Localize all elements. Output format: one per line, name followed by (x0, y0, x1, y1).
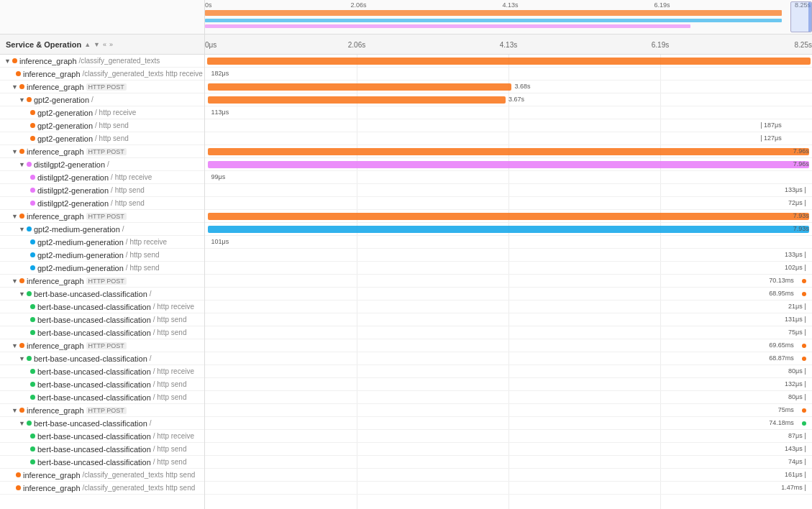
list-item[interactable]: gpt2-generation / http send (0, 119, 204, 132)
list-item[interactable]: gpt2-medium-generation / http receive (0, 236, 204, 249)
dot-indicator (27, 162, 32, 167)
list-item[interactable]: gpt2-medium-generation / http send (0, 262, 204, 275)
list-item[interactable]: ▼ bert-base-uncased-classification / (0, 288, 204, 301)
list-item[interactable]: ▼ bert-base-uncased-classification / (0, 352, 204, 365)
list-item[interactable]: ▼ distilgpt2-generation / (0, 158, 204, 171)
span-bar[interactable] (208, 148, 809, 155)
list-item[interactable]: ▼ inference_graph HTTP POST (0, 81, 204, 93)
list-item[interactable]: ▼ inference_graph HTTP POST (0, 275, 204, 288)
dot-indicator (30, 252, 35, 257)
timeline-row: 161μs | (205, 469, 812, 482)
expand-icon[interactable]: ▼ (4, 58, 12, 65)
dot-indicator (16, 472, 21, 477)
tick-label-3: 6.19s (652, 40, 669, 48)
list-item[interactable]: bert-base-uncased-classification / http … (0, 313, 204, 326)
span-bar[interactable] (208, 96, 506, 104)
list-item[interactable]: bert-base-uncased-classification / http … (0, 430, 204, 443)
operation-name: / http receive (111, 173, 152, 181)
duration-label: 68.87ms (769, 354, 794, 362)
dot-indicator (30, 434, 35, 439)
operation-name: / (150, 419, 152, 427)
overview-tick-2: 4.13s (503, 1, 519, 9)
sort-last-icon[interactable]: » (109, 41, 113, 48)
list-item[interactable]: bert-base-uncased-classification / http … (0, 378, 204, 391)
overview-selection[interactable] (790, 1, 812, 32)
expand-icon[interactable]: ▼ (19, 96, 26, 104)
list-item[interactable]: distilgpt2-generation / http send (0, 184, 204, 197)
span-bar[interactable] (208, 213, 809, 220)
list-item[interactable]: bert-base-uncased-classification / http … (0, 365, 204, 378)
timeline-row: 72μs | (205, 197, 812, 210)
span-bar[interactable] (207, 58, 811, 65)
list-item[interactable]: ▼ inference_graph /classify_generated_te… (0, 55, 204, 68)
list-item[interactable]: ▼ inference_graph HTTP POST (0, 145, 204, 158)
span-bar[interactable] (208, 226, 809, 233)
service-name: gpt2-generation (37, 134, 93, 143)
dot-indicator (30, 265, 35, 270)
service-name: bert-base-uncased-classification (37, 432, 151, 441)
dot-indicator (19, 84, 24, 89)
operation-name: / http send (153, 316, 187, 324)
span-bar[interactable] (208, 161, 809, 168)
list-item[interactable]: distilgpt2-generation / http send (0, 197, 204, 210)
service-name: bert-base-uncased-classification (37, 316, 151, 324)
main-area[interactable]: ▼ inference_graph /classify_generated_te… (0, 55, 812, 509)
list-item[interactable]: bert-base-uncased-classification / http … (0, 391, 204, 404)
list-item[interactable]: gpt2-generation / http send (0, 132, 204, 145)
dot-indicator (16, 71, 21, 76)
expand-icon[interactable]: ▼ (19, 420, 26, 427)
list-item[interactable]: ▼ gpt2-medium-generation / (0, 223, 204, 236)
timeline-row: 131μs | (205, 313, 812, 326)
list-item[interactable]: gpt2-generation / http receive (0, 106, 204, 119)
service-name: bert-base-uncased-classification (37, 367, 151, 376)
list-item[interactable]: ▼ bert-base-uncased-classification / (0, 417, 204, 430)
duration-label: 80μs | (788, 367, 806, 375)
dot-indicator (27, 421, 32, 426)
list-item[interactable]: bert-base-uncased-classification / http … (0, 456, 204, 469)
timeline-row: 74μs | (205, 456, 812, 469)
expand-icon[interactable]: ▼ (12, 407, 19, 414)
header-timeline: 0μs 2.06s 4.13s 6.19s 8.25s (205, 35, 812, 54)
list-item[interactable]: ▼ inference_graph HTTP POST (0, 339, 204, 352)
expand-icon[interactable]: ▼ (19, 161, 26, 168)
expand-icon[interactable]: ▼ (19, 290, 26, 298)
list-item[interactable]: ▼ inference_graph HTTP POST (0, 210, 204, 223)
overview-tick-1: 2.06s (351, 1, 367, 9)
operation-name: / http receive (153, 303, 194, 311)
expand-icon[interactable]: ▼ (19, 226, 26, 233)
expand-icon[interactable]: ▼ (19, 355, 26, 362)
list-item[interactable]: bert-base-uncased-classification / http … (0, 326, 204, 339)
timeline-row: 70.13ms (205, 275, 812, 288)
expand-icon[interactable]: ▼ (12, 213, 19, 220)
operation-name: / http send (95, 134, 129, 142)
service-name: inference_graph (23, 484, 81, 492)
list-item[interactable]: distilgpt2-generation / http receive (0, 171, 204, 184)
expand-icon[interactable]: ▼ (12, 83, 19, 91)
list-item[interactable]: ▼ inference_graph HTTP POST (0, 404, 204, 417)
list-item[interactable]: bert-base-uncased-classification / http … (0, 301, 204, 313)
list-item[interactable]: inference_graph /classify_generated_text… (0, 68, 204, 81)
timeline-row: 3.68s (205, 81, 812, 93)
expand-icon[interactable]: ▼ (12, 148, 19, 155)
dot-right (802, 279, 806, 283)
expand-icon[interactable]: ▼ (12, 342, 19, 349)
service-name: inference_graph (19, 57, 77, 65)
overview-tick-3: 6.19s (654, 1, 670, 9)
list-item[interactable]: ▼ gpt2-generation / (0, 93, 204, 106)
timeline-row: 132μs | (205, 378, 812, 391)
dot-indicator (12, 58, 17, 63)
service-name: bert-base-uncased-classification (37, 380, 151, 389)
list-item[interactable]: inference_graph /classify_generated_text… (0, 482, 204, 495)
sort-desc-icon[interactable]: ▼ (93, 41, 100, 48)
list-item[interactable]: gpt2-medium-generation / http send (0, 249, 204, 262)
span-bar[interactable] (208, 83, 511, 91)
sort-asc-icon[interactable]: ▲ (84, 41, 91, 48)
sort-first-icon[interactable]: « (103, 41, 106, 48)
list-item[interactable]: inference_graph /classify_generated_text… (0, 469, 204, 482)
expand-icon[interactable]: ▼ (12, 278, 19, 285)
dot-indicator (27, 356, 32, 361)
list-item[interactable]: bert-base-uncased-classification / http … (0, 443, 204, 456)
timeline-row: 102μs | (205, 262, 812, 275)
overview-timeline[interactable]: 0s 2.06s 4.13s 6.19s 8.25s (205, 0, 812, 34)
dot-right (802, 408, 806, 413)
